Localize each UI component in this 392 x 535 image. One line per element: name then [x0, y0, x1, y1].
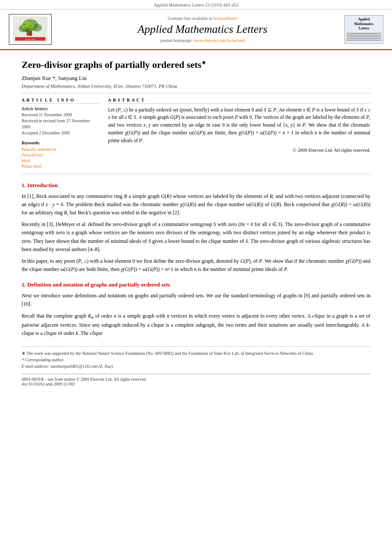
received-1: Received 11 November 2009 — [22, 112, 99, 118]
svg-rect-2 — [29, 29, 32, 36]
sciencedirect-link[interactable]: ScienceDirect — [213, 16, 237, 21]
homepage-link[interactable]: www.elsevier.com/locate/aml — [194, 38, 245, 43]
copyright: © 2009 Elsevier Ltd. All rights reserved… — [108, 147, 370, 153]
history-label: Article history: — [22, 106, 99, 111]
footer-bar: 0893-9659/$ – see front matter © 2009 El… — [22, 374, 370, 386]
footnote-section: ★ The work was supported by the National… — [22, 346, 370, 369]
thumb-lines — [347, 33, 381, 41]
keyword-3: Ideal — [22, 158, 99, 163]
journal-banner: ELSEVIER Contents lists available at Sci… — [0, 10, 392, 50]
keyword-2: Zero-divisor — [22, 153, 99, 157]
journal-reference: Applied Mathematics Letters 23 (2010) 44… — [154, 3, 239, 7]
keyword-4: Prime ideal — [22, 164, 99, 169]
intro-para2: Recently in [3], DeMeyer et al. defined … — [22, 220, 370, 254]
elsevier-logo: ELSEVIER — [9, 14, 52, 45]
journal-title: Applied Mathematics Letters — [61, 22, 344, 36]
section2-para1: Next we introduce some definitions and n… — [22, 292, 370, 308]
article-info-column: A R T I C L E I N F O Article history: R… — [22, 98, 99, 169]
journal-center: Contents lists available at ScienceDirec… — [61, 16, 344, 42]
elsevier-logo-image: ELSEVIER — [13, 16, 48, 42]
thumb-title: AppliedMathematicsLetters — [347, 17, 381, 31]
divider-2 — [22, 174, 370, 174]
sciencedirect-line: Contents lists available at ScienceDirec… — [61, 16, 344, 21]
intro-para3: In this paper, to any poset (P, ≤) with … — [22, 257, 370, 274]
intro-para1: In [1], Beck associated to any commutati… — [22, 192, 370, 217]
abstract-heading: A B S T R A C T — [108, 98, 370, 104]
abstract-section: A B S T R A C T Let (P, ≤) be a partiall… — [108, 98, 370, 169]
section2-heading: 2. Definition and notation of graphs and… — [22, 281, 370, 288]
abstract-text: Let (P, ≤) be a partially ordered set (p… — [108, 106, 370, 145]
footnote-star: ★ The work was supported by the National… — [22, 350, 370, 357]
revised: Received in revised form 27 November 200… — [22, 118, 99, 130]
footnote-email: E-mail address: xuezhanjun0401@126.com (… — [22, 363, 370, 369]
page-header: Applied Mathematics Letters 23 (2010) 44… — [0, 0, 392, 10]
footer-issn: 0893-9659/$ – see front matter © 2009 El… — [22, 377, 370, 382]
article-main: Zero-divisor graphs of partially ordered… — [0, 50, 392, 395]
article-info-heading: A R T I C L E I N F O — [22, 98, 99, 104]
article-title: Zero-divisor graphs of partially ordered… — [22, 59, 370, 71]
section2-para2: Recall that the complete graph Kn of ord… — [22, 312, 370, 338]
journal-homepage: journal homepage: www.elsevier.com/locat… — [61, 38, 344, 43]
accepted: Accepted 2 December 2009 — [22, 130, 99, 136]
svg-text:ELSEVIER: ELSEVIER — [25, 38, 35, 41]
keywords-label: Keywords: — [22, 140, 99, 145]
affiliation: Department of Mathematics, Xidian Univer… — [22, 83, 370, 89]
authors: Zhanjun Xue *, Sanyang Liu — [22, 75, 370, 82]
footnote-corresponding: * Corresponding author. — [22, 357, 370, 363]
section1-heading: 1. Introduction — [22, 182, 370, 189]
two-column-section: A R T I C L E I N F O Article history: R… — [22, 98, 370, 169]
footer-doi: doi:10.1016/j.aml.2009.12.002 — [22, 382, 370, 386]
svg-point-4 — [32, 24, 42, 32]
keyword-1: Partially ordered set — [22, 147, 99, 152]
svg-point-3 — [19, 25, 29, 32]
journal-thumbnail: AppliedMathematicsLetters — [344, 15, 383, 43]
divider-1 — [22, 93, 370, 93]
